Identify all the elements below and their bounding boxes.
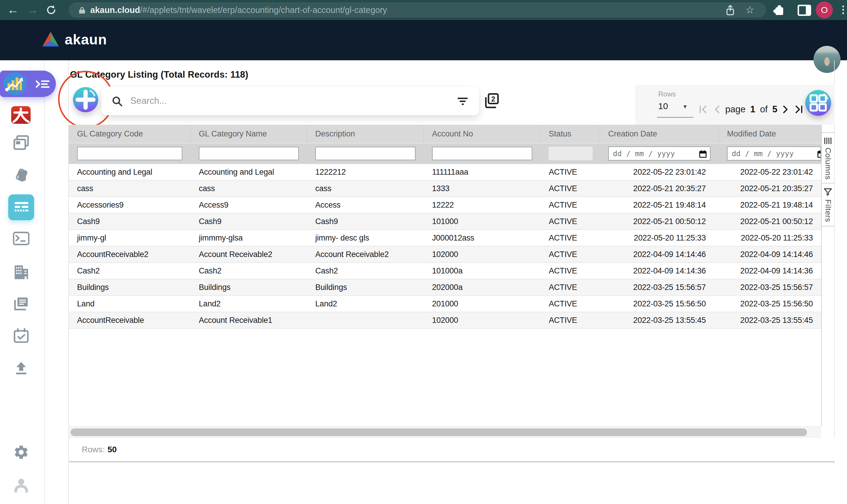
footer-rows-value: 50 [108,445,117,454]
first-page-icon[interactable] [699,105,709,114]
next-page-icon[interactable] [782,105,789,114]
column-header-modified[interactable]: Modified Date [719,125,821,143]
cell-modified: 2022-05-21 20:35:27 [719,181,821,196]
duplicate-view-icon[interactable]: 2 [483,92,500,109]
cell-description: Access [307,197,424,213]
browser-reload-icon[interactable] [46,5,56,15]
table-row[interactable]: AccountReceivable Account Receivable1 10… [69,312,821,329]
column-header-code[interactable]: GL Category Code [69,125,191,143]
rows-per-page-value[interactable]: 10 [658,101,668,111]
filter-list-icon[interactable] [457,97,468,106]
cell-status: ACTIVE [541,312,600,328]
filter-input-description[interactable] [315,147,416,160]
table-row[interactable]: Land Land2 Land2 201000 ACTIVE 2022-03-2… [69,296,821,312]
last-page-icon[interactable] [794,105,804,114]
expand-menu-icon[interactable] [35,78,50,91]
browser-back-icon[interactable]: ← [7,0,19,20]
browser-profile-avatar[interactable]: O [816,1,833,19]
extensions-puzzle-icon[interactable] [772,4,785,16]
column-header-status[interactable]: Status [541,125,600,143]
filter-date-modified[interactable]: dd / mm / yyyy [727,146,821,161]
cell-created: 2022-03-25 15:56:57 [600,280,719,295]
cell-code: Cash9 [69,214,191,229]
address-bar[interactable]: akaun.cloud/#/applets/tnt/wavelet/erp/ac… [69,2,766,18]
cell-modified: 2022-04-09 14:14:46 [719,247,821,262]
cell-name: Account Receivable2 [191,247,307,262]
table-row[interactable]: jimmy-gl jimmmy-glsa jimmy- desc gls J00… [69,230,821,247]
cell-status: ACTIVE [541,280,600,295]
cell-name: Access9 [191,197,307,213]
url-path: /#/applets/tnt/wavelet/erp/accounting/ch… [140,5,387,15]
filter-input-name[interactable] [199,147,299,160]
cell-description: Cash9 [307,214,424,229]
sidebar-item-windows-applet[interactable] [13,135,30,151]
rows-dropdown-caret-icon[interactable]: ▼ [682,104,688,110]
tab-columns[interactable]: Columns [822,133,834,183]
calendar-icon[interactable] [817,150,821,159]
cell-code: jimmy-gl [69,230,191,246]
table-row[interactable]: Accessories9 Access9 Access 12222 ACTIVE… [69,197,821,214]
user-avatar[interactable] [813,46,841,73]
grid-view-button[interactable] [805,90,831,116]
sidebar-item-organization-applet[interactable] [13,264,30,281]
cell-account: 12222 [424,197,541,213]
cell-created: 2022-03-25 15:56:50 [600,296,719,312]
sidebar-item-library-applet[interactable] [13,296,30,313]
browser-forward-icon[interactable]: → [26,0,38,20]
table-row[interactable]: Cash9 Cash9 Cash9 101000 ACTIVE 2022-05-… [69,214,821,230]
scrollbar-thumb[interactable] [71,428,807,436]
cell-account: 101000 [424,214,541,229]
table-row[interactable]: Buildings Buildings Buildings 202000a AC… [69,280,821,296]
add-record-button[interactable] [73,87,98,112]
column-header-name[interactable]: GL Category Name [191,125,307,143]
table-row[interactable]: Accounting and Legal Accounting and Lega… [69,164,821,181]
cell-description: Account Receivable2 [307,247,424,262]
footer-rows-label: Rows: [82,445,105,454]
sidebar-item-calendar-applet[interactable] [13,328,30,345]
browser-menu-icon[interactable]: ⋮ [838,0,847,20]
cell-status: ACTIVE [541,247,600,262]
column-header-created[interactable]: Creation Date [600,125,719,143]
side-panel-icon[interactable] [798,5,811,16]
previous-page-icon[interactable] [714,105,721,114]
share-icon[interactable] [725,5,736,16]
cell-name: jimmmy-glsa [191,230,307,246]
filter-input-account[interactable] [432,147,532,160]
cell-code: Buildings [69,280,191,295]
table-header-row: GL Category Code GL Category Name Descri… [69,125,821,143]
chart-applet-icon [3,72,26,95]
cell-code: Accessories9 [69,197,191,213]
filter-date-created[interactable]: dd / mm / yyyy [608,146,710,161]
table-row[interactable]: AccountReceivable2 Account Receivable2 A… [69,247,821,263]
cell-name: Land2 [191,296,307,312]
search-input[interactable] [130,89,439,113]
cell-description: Buildings [307,280,424,295]
sidebar-item-applet-switcher[interactable] [0,71,56,97]
cell-created: 2022-05-20 11:25:33 [600,230,719,246]
brand-logo[interactable]: akaun [41,31,107,48]
app-header: akaun [0,20,847,60]
column-header-account[interactable]: Account No [424,125,541,143]
sidebar-item-terminal-applet[interactable] [13,231,30,248]
sidebar-item-pdf-applet[interactable] [11,106,31,124]
cell-status: ACTIVE [541,181,600,196]
sidebar-item-cards-applet[interactable] [13,167,30,183]
filter-input-code[interactable] [77,147,182,160]
table-row[interactable]: Cash2 Cash2 Cash2 101000a ACTIVE 2022-04… [69,263,821,280]
table-row[interactable]: cass cass cass 1333 ACTIVE 2022-05-21 20… [69,181,821,197]
filter-select-status[interactable] [548,147,593,160]
column-header-description[interactable]: Description [307,125,424,143]
cell-modified: 2022-03-25 15:56:57 [719,280,821,295]
gl-category-table: GL Category Code GL Category Name Descri… [69,125,821,426]
page-total: 5 [772,104,777,115]
cell-description: cass [307,181,424,196]
sidebar-item-accounting-applet-active[interactable] [8,194,34,220]
page-title: GL Category Listing (Total Records: 118) [70,69,248,80]
sidebar-item-upload-applet[interactable] [13,360,30,377]
horizontal-scrollbar[interactable] [69,426,821,437]
settings-gear-icon[interactable] [13,444,30,461]
calendar-icon[interactable] [699,150,707,159]
bookmark-star-icon[interactable]: ☆ [745,2,754,18]
tab-filters[interactable]: Filters [822,183,834,227]
profile-person-icon[interactable] [13,477,30,493]
